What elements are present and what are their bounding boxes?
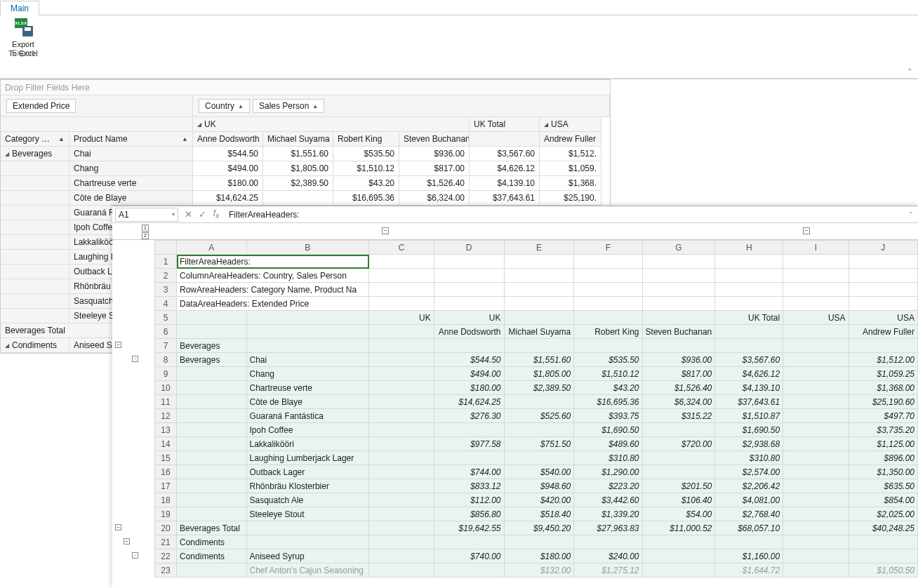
cell-C10[interactable] — [369, 381, 434, 395]
cell-A23[interactable] — [177, 563, 246, 577]
cell-C11[interactable] — [369, 395, 434, 409]
cell-C6[interactable] — [369, 325, 434, 339]
col-outline-level-1[interactable]: 1 — [142, 225, 149, 232]
cell-I4[interactable] — [783, 297, 849, 311]
col-header-D[interactable]: D — [434, 241, 504, 255]
row-header[interactable]: 22 — [155, 549, 177, 563]
cell-B7[interactable] — [246, 339, 369, 353]
cell-H7[interactable] — [715, 339, 783, 353]
row-header[interactable]: 14 — [155, 437, 177, 451]
cell-D8[interactable]: $544.50 — [434, 353, 504, 367]
cell-A14[interactable] — [177, 437, 246, 451]
cell-G7[interactable] — [642, 339, 715, 353]
cancel-formula-icon[interactable]: ✕ — [181, 209, 195, 220]
cell-E17[interactable]: $948.60 — [504, 479, 574, 493]
cell-G1[interactable] — [642, 255, 715, 269]
cell-C9[interactable] — [369, 367, 434, 381]
cell-I21[interactable] — [783, 535, 849, 549]
cell-D10[interactable]: $180.00 — [434, 381, 504, 395]
cell-B8[interactable]: Chai — [246, 353, 369, 367]
col-header-B[interactable]: B — [246, 241, 369, 255]
cell-D18[interactable]: $112.00 — [434, 493, 504, 507]
cell-D23[interactable] — [434, 563, 504, 577]
cell-G20[interactable]: $11,000.52 — [642, 521, 715, 535]
cell-D3[interactable] — [434, 283, 504, 297]
cell-C12[interactable] — [369, 409, 434, 423]
cell-A20[interactable]: Beverages Total — [177, 521, 246, 535]
data-field-extended-price[interactable]: Extended Price — [6, 99, 76, 113]
row-header[interactable]: 20 — [155, 521, 177, 535]
cell-E20[interactable]: $9,450.20 — [504, 521, 574, 535]
col-header-H[interactable]: H — [715, 241, 783, 255]
cell-D12[interactable]: $276.30 — [434, 409, 504, 423]
cell-I3[interactable] — [783, 283, 849, 297]
col-header-E[interactable]: E — [504, 241, 574, 255]
col-field-sales-person[interactable]: Sales Person▲ — [253, 99, 324, 113]
cell-I10[interactable] — [783, 381, 849, 395]
cell-G10[interactable]: $1,526.40 — [642, 381, 715, 395]
beverages-total-row[interactable]: Beverages Total — [1, 323, 113, 338]
cell-H15[interactable]: $310.80 — [715, 451, 783, 465]
row-header[interactable]: 3 — [155, 283, 177, 297]
pivot-cell[interactable]: $1,512. — [540, 147, 601, 161]
filter-drop-area[interactable]: Drop Filter Fields Here — [1, 80, 610, 95]
cell-J4[interactable] — [849, 297, 917, 311]
select-all-corner[interactable] — [155, 241, 177, 255]
cell-F4[interactable] — [574, 297, 642, 311]
row-header[interactable]: 19 — [155, 507, 177, 521]
col-field-country[interactable]: Country▲ — [199, 99, 250, 113]
cell-C19[interactable] — [369, 507, 434, 521]
cell-E10[interactable]: $2,389.50 — [504, 381, 574, 395]
cell-H2[interactable] — [715, 269, 783, 283]
cell-J15[interactable]: $896.00 — [849, 451, 917, 465]
cell-J21[interactable] — [849, 535, 917, 549]
cell-D15[interactable] — [434, 451, 504, 465]
cell-D21[interactable] — [434, 535, 504, 549]
cell-A8[interactable]: Beverages — [177, 353, 246, 367]
cell-H10[interactable]: $4,139.10 — [715, 381, 783, 395]
cell-G16[interactable] — [642, 465, 715, 479]
cell-J12[interactable]: $497.70 — [849, 409, 917, 423]
cell-H4[interactable] — [715, 297, 783, 311]
cell-E3[interactable] — [504, 283, 574, 297]
pivot-cell[interactable]: $1,551.60 — [263, 147, 333, 161]
cell-G11[interactable]: $6,324.00 — [642, 395, 715, 409]
cell-F16[interactable]: $1,290.00 — [574, 465, 642, 479]
cell-E16[interactable]: $540.00 — [504, 465, 574, 479]
product-row[interactable]: Chang — [69, 161, 193, 176]
cell-B9[interactable]: Chang — [246, 367, 369, 381]
row-header[interactable]: 5 — [155, 311, 177, 325]
row-header[interactable]: 17 — [155, 479, 177, 493]
col-header-I[interactable]: I — [783, 241, 849, 255]
product-row[interactable]: Chai — [69, 147, 193, 161]
cell-H19[interactable]: $2,768.40 — [715, 507, 783, 521]
cell-J6[interactable]: Andrew Fuller — [849, 325, 917, 339]
row-outline-toggle[interactable]: − — [124, 538, 130, 544]
collapse-ribbon-icon[interactable]: ⌃ — [907, 67, 912, 75]
cell-A2[interactable]: ColumnAreaHeaders: Country, Sales Person — [177, 269, 369, 283]
cell-E7[interactable] — [504, 339, 574, 353]
cell-F22[interactable]: $240.00 — [574, 549, 642, 563]
pivot-cell[interactable]: $16,695.36 — [333, 191, 399, 206]
cell-H20[interactable]: $68,057.10 — [715, 521, 783, 535]
cell-D5[interactable]: UK — [434, 311, 504, 325]
cell-C15[interactable] — [369, 451, 434, 465]
cell-I2[interactable] — [783, 269, 849, 283]
cell-C2[interactable] — [369, 269, 434, 283]
col-header-A[interactable]: A — [177, 241, 246, 255]
cell-B20[interactable] — [246, 521, 369, 535]
cell-E19[interactable]: $518.40 — [504, 507, 574, 521]
cell-J2[interactable] — [849, 269, 917, 283]
cell-C3[interactable] — [369, 283, 434, 297]
cell-H22[interactable]: $1,160.00 — [715, 549, 783, 563]
cell-D22[interactable]: $740.00 — [434, 549, 504, 563]
pivot-cell[interactable]: $180.00 — [193, 176, 263, 191]
cell-F19[interactable]: $1,339.20 — [574, 507, 642, 521]
cell-C16[interactable] — [369, 465, 434, 479]
cell-E14[interactable]: $751.50 — [504, 437, 574, 451]
col-anne[interactable]: Anne Dodsworth — [193, 132, 263, 147]
cell-I8[interactable] — [783, 353, 849, 367]
cell-I17[interactable] — [783, 479, 849, 493]
cell-A12[interactable] — [177, 409, 246, 423]
cell-B14[interactable]: Lakkalikööri — [246, 437, 369, 451]
